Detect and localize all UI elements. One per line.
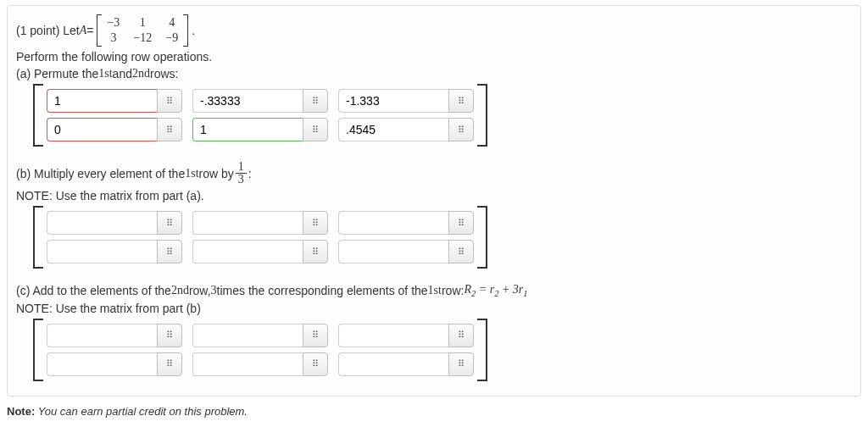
pa-and: and bbox=[113, 67, 132, 80]
problem-header: (1 point) Let A = −3 1 4 3 −12 −9 . bbox=[16, 14, 852, 47]
intro-text: Perform the following row operations. bbox=[16, 50, 852, 64]
keypad-icon[interactable]: ⠿ bbox=[303, 211, 328, 235]
row-op-equation: R2 = r2 + 3r1 bbox=[464, 283, 527, 298]
matrix-input[interactable] bbox=[338, 89, 448, 113]
part-b-prompt: (b) Multiply every element of the 1st ro… bbox=[16, 161, 852, 186]
part-b-note: NOTE: Use the matrix from part (a). bbox=[16, 189, 852, 202]
matrix-cell: ⠿ bbox=[338, 118, 474, 141]
keypad-icon[interactable]: ⠿ bbox=[448, 240, 474, 263]
a21: 3 bbox=[107, 31, 120, 45]
points-label: (1 point) Let bbox=[16, 24, 80, 37]
fraction-one-third: 1 3 bbox=[236, 161, 247, 186]
matrix-cell: ⠿ bbox=[192, 118, 328, 141]
keypad-icon[interactable]: ⠿ bbox=[157, 211, 182, 235]
matrix-input[interactable] bbox=[47, 324, 157, 347]
a22: −12 bbox=[133, 31, 152, 45]
matrix-cell: ⠿ bbox=[47, 324, 182, 347]
pc-1st: 1st bbox=[428, 284, 442, 297]
matrix-cell: ⠿ bbox=[47, 240, 182, 263]
keypad-icon[interactable]: ⠿ bbox=[303, 352, 328, 376]
keypad-icon[interactable]: ⠿ bbox=[303, 89, 328, 113]
period: . bbox=[192, 24, 195, 37]
matrix-input[interactable] bbox=[192, 118, 303, 141]
matrix-input[interactable] bbox=[47, 211, 157, 235]
pa-pre: (a) Permute the bbox=[16, 67, 98, 80]
matrix-cell: ⠿ bbox=[338, 240, 474, 263]
matrix-cell: ⠿ bbox=[192, 240, 328, 263]
matrix-cell: ⠿ bbox=[47, 352, 182, 376]
part-a-prompt: (a) Permute the 1st and 2nd rows: bbox=[16, 67, 852, 80]
matrix-cell: ⠿ bbox=[47, 211, 182, 235]
matrix-cell: ⠿ bbox=[338, 352, 474, 376]
keypad-icon[interactable]: ⠿ bbox=[303, 118, 328, 141]
matrix-input[interactable] bbox=[192, 89, 303, 113]
pb-suf: : bbox=[248, 167, 252, 180]
keypad-icon[interactable]: ⠿ bbox=[448, 118, 474, 141]
matrix-input[interactable] bbox=[338, 352, 448, 376]
pa-1st: 1st bbox=[98, 67, 112, 80]
matrix-cell: ⠿ bbox=[192, 352, 328, 376]
pc-2nd: 2nd bbox=[171, 284, 189, 297]
matrix-input[interactable] bbox=[192, 211, 303, 235]
keypad-icon[interactable]: ⠿ bbox=[303, 324, 328, 347]
matrix-cell: ⠿ bbox=[47, 89, 182, 113]
keypad-icon[interactable]: ⠿ bbox=[303, 240, 328, 263]
matrix-input[interactable] bbox=[192, 240, 303, 263]
matrix-cell: ⠿ bbox=[192, 211, 328, 235]
matrix-cell: ⠿ bbox=[192, 324, 328, 347]
keypad-icon[interactable]: ⠿ bbox=[157, 324, 182, 347]
problem-container: (1 point) Let A = −3 1 4 3 −12 −9 . Perf… bbox=[7, 5, 861, 396]
a23: −9 bbox=[165, 31, 178, 45]
matrix-input[interactable] bbox=[338, 211, 448, 235]
footer-bold: Note: bbox=[7, 405, 35, 418]
pb-mid: row by bbox=[199, 167, 234, 180]
pc-mult: 3 bbox=[211, 284, 217, 297]
part-c-matrix: ⠿⠿⠿⠿⠿⠿ bbox=[33, 319, 487, 381]
part-a-matrix: ⠿⠿⠿⠿⠿⠿ bbox=[33, 84, 487, 147]
a13: 4 bbox=[165, 16, 178, 30]
a11: −3 bbox=[107, 16, 120, 30]
keypad-icon[interactable]: ⠿ bbox=[157, 352, 182, 376]
matrix-input[interactable] bbox=[338, 118, 448, 141]
keypad-icon[interactable]: ⠿ bbox=[448, 211, 474, 235]
pc-pre: (c) Add to the elements of the bbox=[16, 284, 171, 297]
frac-num: 1 bbox=[236, 161, 247, 174]
matrix-cell: ⠿ bbox=[338, 211, 474, 235]
pb-1st: 1st bbox=[185, 167, 198, 180]
matrix-cell: ⠿ bbox=[338, 324, 474, 347]
matrix-cell: ⠿ bbox=[47, 118, 182, 141]
matrix-input[interactable] bbox=[47, 118, 157, 141]
matrix-input[interactable] bbox=[47, 352, 157, 376]
keypad-icon[interactable]: ⠿ bbox=[448, 324, 474, 347]
pc-m1: row, bbox=[189, 284, 211, 297]
matrix-cell: ⠿ bbox=[192, 89, 328, 113]
matrix-input[interactable] bbox=[192, 324, 303, 347]
matrix-input[interactable] bbox=[338, 324, 448, 347]
part-c-note: NOTE: Use the matrix from part (b) bbox=[16, 302, 852, 315]
keypad-icon[interactable]: ⠿ bbox=[157, 240, 182, 263]
keypad-icon[interactable]: ⠿ bbox=[448, 352, 474, 376]
frac-den: 3 bbox=[236, 174, 247, 186]
part-c-prompt: (c) Add to the elements of the 2nd row, … bbox=[16, 283, 852, 298]
keypad-icon[interactable]: ⠿ bbox=[448, 89, 474, 113]
matrix-cell: ⠿ bbox=[338, 89, 474, 113]
footer-text: You can earn partial credit on this prob… bbox=[38, 405, 248, 418]
matrix-input[interactable] bbox=[47, 240, 157, 263]
keypad-icon[interactable]: ⠿ bbox=[157, 89, 182, 113]
matrix-var: A bbox=[80, 24, 87, 37]
pc-m2: times the corresponding elements of the bbox=[217, 284, 428, 297]
keypad-icon[interactable]: ⠿ bbox=[157, 118, 182, 141]
equals: = bbox=[86, 24, 93, 37]
pc-m3: row: bbox=[442, 284, 464, 297]
matrix-input[interactable] bbox=[338, 240, 448, 263]
footer-note: Note: You can earn partial credit on thi… bbox=[7, 405, 861, 418]
pb-pre: (b) Multiply every element of the bbox=[16, 167, 185, 180]
matrix-input[interactable] bbox=[192, 352, 303, 376]
pa-2nd: 2nd bbox=[132, 67, 150, 80]
pa-suf: rows: bbox=[150, 67, 178, 80]
a12: 1 bbox=[133, 16, 152, 30]
part-b-matrix: ⠿⠿⠿⠿⠿⠿ bbox=[33, 206, 487, 269]
matrix-A: −3 1 4 3 −12 −9 bbox=[97, 14, 188, 47]
matrix-input[interactable] bbox=[47, 89, 157, 113]
